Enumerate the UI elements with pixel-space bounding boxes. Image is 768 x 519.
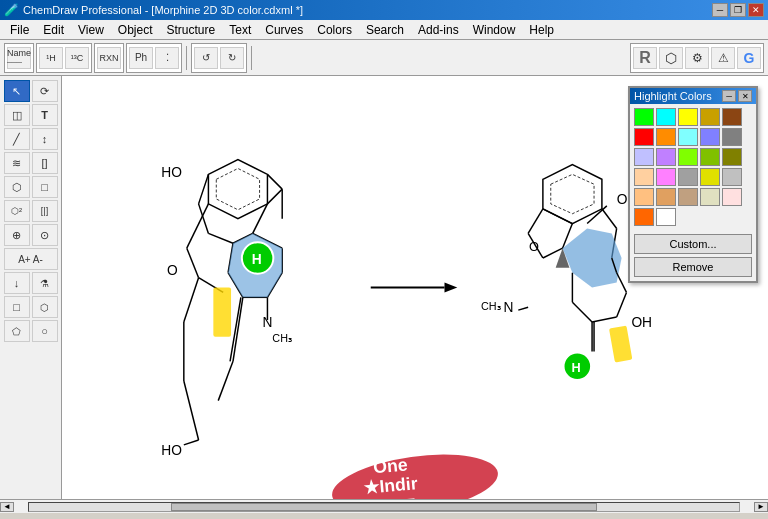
menu-item-search[interactable]: Search [360, 22, 410, 38]
highlight-titlebar-controls[interactable]: ─ ✕ [722, 90, 752, 102]
toolbar-r-btn[interactable]: R [633, 47, 657, 69]
color-cell-12[interactable] [678, 148, 698, 166]
bracket2-tool-btn[interactable]: [|] [32, 200, 58, 222]
charge-tool-btn[interactable]: A+ A- [4, 248, 58, 270]
menu-item-add-ins[interactable]: Add-ins [412, 22, 465, 38]
svg-rect-26 [213, 288, 231, 337]
color-cell-15[interactable] [634, 168, 654, 186]
highlight-panel-title: Highlight Colors [634, 90, 712, 102]
scroll-left-btn[interactable]: ◄ [0, 502, 14, 512]
menu-item-help[interactable]: Help [523, 22, 560, 38]
toolbar-rxn-group: RXN [94, 43, 124, 73]
menu-item-colors[interactable]: Colors [311, 22, 358, 38]
chain-tool-btn[interactable]: ≋ [4, 152, 30, 174]
toolbar-name-group: Name─── [4, 43, 34, 73]
sq-tool-btn[interactable]: □ [4, 296, 30, 318]
bond-tool-btn[interactable]: ╱ [4, 128, 30, 150]
color-cell-18[interactable] [700, 168, 720, 186]
color-cell-3[interactable] [700, 108, 720, 126]
color-cell-11[interactable] [656, 148, 676, 166]
color-cell-17[interactable] [678, 168, 698, 186]
flask-tool-btn[interactable]: ⚗ [32, 272, 58, 294]
scroll-right-btn[interactable]: ► [754, 502, 768, 512]
bracket-tool-btn[interactable]: [] [32, 152, 58, 174]
remove-color-btn[interactable]: Remove [634, 257, 752, 277]
color-cell-24[interactable] [722, 188, 742, 206]
svg-text:N: N [504, 300, 514, 315]
menu-item-structure[interactable]: Structure [161, 22, 222, 38]
color-cell-7[interactable] [678, 128, 698, 146]
restore-button[interactable]: ❐ [730, 3, 746, 17]
toolbar-name-btn[interactable]: Name─── [7, 47, 31, 69]
menu-item-text[interactable]: Text [223, 22, 257, 38]
color-cell-23[interactable] [700, 188, 720, 206]
highlight-minimize-btn[interactable]: ─ [722, 90, 736, 102]
color-cell-10[interactable] [634, 148, 654, 166]
menu-item-view[interactable]: View [72, 22, 110, 38]
color-cell-26[interactable] [656, 208, 676, 226]
color-cell-6[interactable] [656, 128, 676, 146]
left-row-7: ⊕ ⊙ [4, 224, 58, 246]
lasso-tool-btn[interactable]: ⟳ [32, 80, 58, 102]
toolbar-redo-btn[interactable]: ↻ [220, 47, 244, 69]
scroll-track[interactable] [28, 502, 740, 512]
color-cell-19[interactable] [722, 168, 742, 186]
text-tool-btn[interactable]: T [32, 104, 58, 126]
plus-tool-btn[interactable]: ⊕ [4, 224, 30, 246]
select-tool-btn[interactable]: ↖ [4, 80, 30, 102]
close-button[interactable]: ✕ [748, 3, 764, 17]
rect-tool-btn[interactable]: □ [32, 176, 58, 198]
pent-tool-btn[interactable]: ⬠ [4, 320, 30, 342]
color-cell-13[interactable] [700, 148, 720, 166]
color-cell-14[interactable] [722, 148, 742, 166]
titlebar-controls[interactable]: ─ ❐ ✕ [712, 3, 764, 17]
toolbar-gear-btn[interactable]: ⚙ [685, 47, 709, 69]
left-row-9: □ ⬡ [4, 296, 58, 318]
color-cell-2[interactable] [678, 108, 698, 126]
menu-item-object[interactable]: Object [112, 22, 159, 38]
toolbar-rxn-btn[interactable]: RXN [97, 47, 121, 69]
toolbar-undo-btn[interactable]: ↺ [194, 47, 218, 69]
toolbar-ph-btn[interactable]: Ph [129, 47, 153, 69]
color-cell-25[interactable] [634, 208, 654, 226]
oval-tool-btn[interactable]: ○ [32, 320, 58, 342]
down-tool-btn[interactable]: ↓ [4, 272, 30, 294]
toolbar: Name─── ¹H ¹³C RXN Ph ⁚ ↺ ↻ R ⬡ ⚙ ⚠ G [0, 40, 768, 76]
toolbar-right-group: R ⬡ ⚙ ⚠ G [630, 43, 764, 73]
color-cell-22[interactable] [678, 188, 698, 206]
toolbar-warning-btn[interactable]: ⚠ [711, 47, 735, 69]
color-cell-8[interactable] [700, 128, 720, 146]
svg-text:HO: HO [161, 443, 182, 458]
color-cell-21[interactable] [656, 188, 676, 206]
custom-color-btn[interactable]: Custom... [634, 234, 752, 254]
ring2-tool-btn[interactable]: ⬡² [4, 200, 30, 222]
erase-tool-btn[interactable]: ◫ [4, 104, 30, 126]
color-cell-9[interactable] [722, 128, 742, 146]
svg-text:O: O [529, 239, 539, 254]
color-cell-1[interactable] [656, 108, 676, 126]
ring-tool-btn[interactable]: ⬡ [4, 176, 30, 198]
menu-item-window[interactable]: Window [467, 22, 522, 38]
toolbar-1h-btn[interactable]: ¹H [39, 47, 63, 69]
toolbar-g-btn[interactable]: G [737, 47, 761, 69]
arrow-tool-btn[interactable]: ↕ [32, 128, 58, 150]
menu-item-edit[interactable]: Edit [37, 22, 70, 38]
circle-tool-btn[interactable]: ⊙ [32, 224, 58, 246]
menu-item-curves[interactable]: Curves [259, 22, 309, 38]
color-cell-20[interactable] [634, 188, 654, 206]
color-grid [630, 104, 756, 230]
canvas-area[interactable]: HO O [62, 76, 768, 499]
color-cell-4[interactable] [722, 108, 742, 126]
toolbar-dots-btn[interactable]: ⁚ [155, 47, 179, 69]
svg-text:HO: HO [161, 165, 182, 180]
toolbar-hex-btn[interactable]: ⬡ [659, 47, 683, 69]
toolbar-13c-btn[interactable]: ¹³C [65, 47, 89, 69]
menu-item-file[interactable]: File [4, 22, 35, 38]
minimize-button[interactable]: ─ [712, 3, 728, 17]
hex2-tool-btn[interactable]: ⬡ [32, 296, 58, 318]
scroll-thumb[interactable] [171, 503, 597, 511]
color-cell-0[interactable] [634, 108, 654, 126]
color-cell-16[interactable] [656, 168, 676, 186]
color-cell-5[interactable] [634, 128, 654, 146]
highlight-close-btn[interactable]: ✕ [738, 90, 752, 102]
